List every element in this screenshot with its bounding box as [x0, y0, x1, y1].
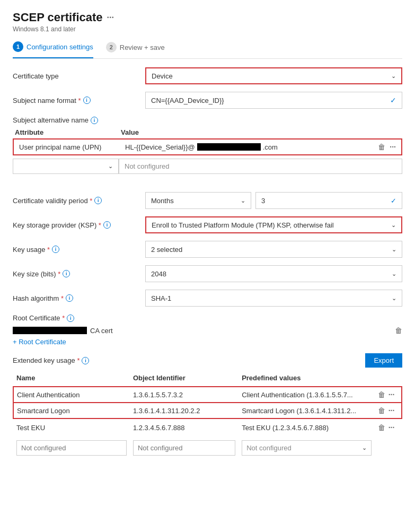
eku-empty-actions: [375, 436, 402, 460]
eku-name-client-auth: Client Authentication: [13, 387, 130, 403]
eku-table: Name Object Identifier Predefined values…: [13, 372, 402, 460]
eku-row-actions: 🗑 ···: [378, 390, 398, 399]
ksp-row: Key storage provider (KSP) i Enroll to T…: [13, 216, 402, 233]
delete-eku-icon-2[interactable]: 🗑: [378, 406, 385, 415]
step-configuration[interactable]: 1 Configuration settings: [13, 41, 93, 58]
eku-name-test: Test EKU: [13, 418, 130, 436]
root-cert-info-icon[interactable]: i: [67, 315, 74, 322]
hash-algorithm-dropdown[interactable]: SHA-1 ⌄: [145, 290, 402, 307]
eku-empty-row: Not configured ⌄: [13, 436, 402, 460]
san-attribute: User principal name (UPN): [19, 143, 125, 151]
subject-name-format-label: Subject name format i: [13, 97, 145, 104]
key-size-dropdown[interactable]: 2048 ⌄: [145, 265, 402, 282]
attr-value-header: Attribute Value: [13, 128, 402, 136]
eku-name-input[interactable]: [16, 440, 127, 456]
export-button[interactable]: Export: [365, 353, 402, 368]
key-size-control: 2048 ⌄: [145, 265, 402, 282]
eku-oid-input[interactable]: [133, 440, 235, 456]
certificate-validity-label: Certificate validity period i: [13, 197, 145, 205]
ellipsis-menu[interactable]: ···: [107, 13, 114, 22]
ksp-label: Key storage provider (KSP) i: [13, 221, 145, 229]
certificate-validity-row: Certificate validity period i Months ⌄ 3…: [13, 192, 402, 209]
key-size-info-icon[interactable]: i: [63, 270, 70, 277]
hash-algorithm-row: Hash algorithm i SHA-1 ⌄: [13, 290, 402, 307]
san-value: HL-{{Device_Serial}}@.com: [125, 143, 378, 151]
chevron-down-icon: ⌄: [108, 163, 113, 170]
certificate-type-dropdown[interactable]: Device ⌄: [145, 67, 402, 84]
root-cert-suffix: CA cert: [90, 327, 113, 335]
key-usage-label: Key usage i: [13, 246, 145, 254]
eku-row-actions-3: 🗑 ···: [378, 423, 399, 432]
redacted-value: [197, 143, 261, 151]
eku-empty-oid: [130, 436, 239, 460]
eku-label: Extended key usage i: [13, 356, 89, 364]
eku-info-icon[interactable]: i: [82, 357, 89, 364]
eku-predef-smartcard: Smartcard Logon (1.3.6.1.4.1.311.2...: [239, 403, 375, 418]
more-eku-icon[interactable]: ···: [388, 390, 395, 399]
chevron-down-icon: ⌄: [392, 246, 396, 253]
certificate-type-control: Device ⌄: [145, 67, 402, 84]
more-eku-icon-2[interactable]: ···: [388, 406, 395, 415]
delete-eku-icon-3[interactable]: 🗑: [378, 423, 385, 432]
key-usage-dropdown[interactable]: 2 selected ⌄: [145, 241, 402, 258]
chevron-down-icon: ⌄: [392, 271, 396, 277]
step-review[interactable]: 2 Review + save: [106, 42, 165, 58]
validity-number-field[interactable]: 3 ✓: [255, 192, 402, 209]
delete-eku-icon[interactable]: 🗑: [378, 390, 385, 399]
eku-predef-header: Predefined values: [239, 372, 375, 387]
key-usage-control: 2 selected ⌄: [145, 241, 402, 258]
hash-algorithm-control: SHA-1 ⌄: [145, 290, 402, 307]
root-cert-name: CA cert: [13, 327, 395, 335]
chevron-down-icon: ⌄: [241, 197, 245, 204]
key-size-label: Key size (bits) i: [13, 270, 145, 278]
eku-table-header: Name Object Identifier Predefined values: [13, 372, 402, 387]
ksp-dropdown[interactable]: Enroll to Trusted Platform Module (TPM) …: [145, 216, 402, 233]
validity-info-icon[interactable]: i: [94, 197, 102, 204]
step-2-label: Review + save: [120, 43, 165, 51]
value-column-header: Value: [121, 128, 139, 136]
eku-row-test: Test EKU 1.2.3.4.5.6.7.888 Test EKU (1.2…: [13, 418, 402, 436]
steps-bar: 1 Configuration settings 2 Review + save: [13, 41, 402, 59]
key-usage-row: Key usage i 2 selected ⌄: [13, 241, 402, 258]
chevron-down-icon: ⌄: [392, 295, 396, 302]
eku-row-smartcard: Smartcard Logon 1.3.6.1.4.1.311.20.2.2 S…: [13, 403, 402, 418]
certificate-type-label: Certificate type: [13, 72, 145, 80]
subject-name-format-row: Subject name format i CN={{AAD_Device_ID…: [13, 92, 402, 109]
san-row-upn: User principal name (UPN) HL-{{Device_Se…: [13, 138, 402, 155]
check-icon: ✓: [391, 197, 396, 205]
step-2-circle: 2: [106, 42, 117, 53]
page-title: SCEP certificate: [13, 11, 103, 24]
more-san-icon[interactable]: ···: [390, 143, 396, 151]
eku-oid-smartcard: 1.3.6.1.4.1.311.20.2.2: [130, 403, 239, 418]
page-subtitle: Windows 8.1 and later: [13, 25, 402, 33]
certificate-type-row: Certificate type Device ⌄: [13, 67, 402, 84]
eku-header-row: Extended key usage i Export: [13, 353, 402, 368]
eku-name-header: Name: [13, 372, 130, 387]
info-icon[interactable]: i: [83, 97, 91, 104]
subject-name-format-dropdown[interactable]: CN={{AAD_Device_ID}} ✓: [145, 92, 402, 109]
more-eku-icon-3[interactable]: ···: [388, 423, 395, 432]
ksp-control: Enroll to Trusted Platform Module (TPM) …: [145, 216, 402, 233]
subject-alt-info-icon[interactable]: i: [91, 117, 98, 124]
key-size-row: Key size (bits) i 2048 ⌄: [13, 265, 402, 282]
san-row-actions: 🗑 ···: [378, 143, 396, 151]
validity-unit-dropdown[interactable]: Months ⌄: [145, 192, 251, 209]
subject-alt-name-section: Subject alternative name i Attribute Val…: [13, 116, 402, 174]
subject-alt-name-label: Subject alternative name i: [13, 116, 402, 124]
eku-actions-smartcard: 🗑 ···: [375, 403, 402, 418]
ksp-info-icon[interactable]: i: [103, 221, 111, 229]
delete-san-icon[interactable]: 🗑: [378, 143, 385, 151]
key-usage-info-icon[interactable]: i: [52, 246, 59, 253]
eku-row-client-auth: Client Authentication 1.3.6.1.5.5.7.3.2 …: [13, 387, 402, 403]
hash-info-icon[interactable]: i: [66, 294, 73, 302]
page-title-section: SCEP certificate ··· Windows 8.1 and lat…: [13, 11, 402, 33]
eku-actions-test: 🗑 ···: [375, 418, 402, 436]
delete-root-cert-icon[interactable]: 🗑: [395, 326, 402, 335]
eku-predef-dropdown[interactable]: Not configured ⌄: [242, 440, 372, 456]
san-empty-attribute-dropdown[interactable]: ⌄: [13, 159, 119, 174]
eku-empty-predef: Not configured ⌄: [239, 436, 375, 460]
add-root-certificate-button[interactable]: + Root Certificate: [13, 338, 402, 346]
eku-name-smartcard: Smartcard Logon: [13, 403, 130, 418]
eku-predef-client-auth: Client Authentication (1.3.6.1.5.5.7...: [239, 387, 375, 403]
root-certificate-label: Root Certificate i: [13, 314, 402, 322]
